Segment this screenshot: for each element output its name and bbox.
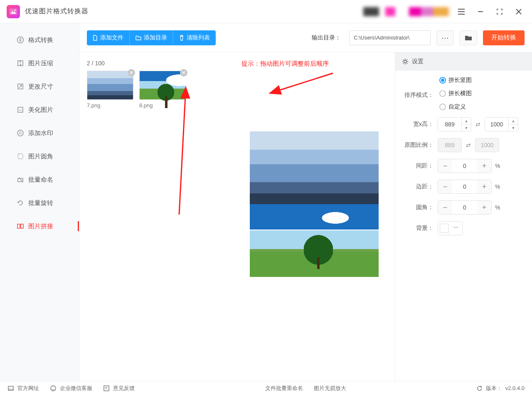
sidebar-item-beautify[interactable]: 美化图片 [0, 98, 79, 121]
batch-rename-link[interactable]: 文件批量重命名 [265, 385, 303, 392]
margin-label: 边距： [403, 183, 433, 190]
settings-title: 设置 [412, 58, 424, 65]
clear-list-button[interactable]: 清除列表 [173, 30, 216, 45]
browse-folder-button[interactable] [460, 30, 477, 45]
svg-point-17 [51, 386, 56, 391]
spin-down-icon[interactable]: ▼ [509, 124, 518, 131]
toolbar-buttons: 添加文件 添加目录 清除列表 [87, 30, 216, 45]
preview-image-2 [250, 204, 379, 277]
rename-icon [17, 176, 24, 183]
sidebar-item-corner[interactable]: 图片圆角 [0, 145, 79, 168]
radio-custom[interactable]: 自定义 [439, 103, 466, 111]
svg-rect-16 [8, 386, 13, 390]
svg-rect-11 [17, 224, 20, 228]
lossless-upscale-link[interactable]: 图片无损放大 [314, 385, 346, 392]
image-count: 2 / 100 [87, 60, 387, 67]
sidebar-item-compress[interactable]: 图片压缩 [0, 52, 79, 75]
svg-rect-18 [104, 386, 109, 391]
sidebar-item-convert[interactable]: 格式转换 [0, 28, 79, 52]
menu-icon[interactable] [455, 5, 468, 18]
gear-icon [402, 58, 409, 65]
official-site-link[interactable]: 官方网址 [7, 385, 39, 392]
spin-up-icon[interactable]: ▲ [509, 117, 518, 124]
percent-unit: % [495, 163, 500, 169]
folder-icon [135, 35, 141, 40]
trash-icon [179, 35, 184, 41]
output-dir-input[interactable] [349, 30, 431, 45]
canvas-area: 2 / 100 提示：拖动图片可调整前后顺序 ✕ 7.png ✕ 8.png [79, 52, 395, 381]
sidebar-item-label: 添加水印 [28, 129, 53, 137]
output-dir-label: 输出目录： [312, 34, 341, 42]
sidebar-item-stitch[interactable]: 图片拼接 [0, 215, 79, 238]
width-input[interactable]: ▲▼ [438, 117, 471, 131]
fullscreen-icon[interactable] [493, 5, 506, 18]
svg-text:印: 印 [19, 131, 22, 135]
remove-thumb-icon[interactable]: ✕ [180, 69, 187, 77]
orig-width-input [438, 138, 462, 152]
version-info[interactable]: 版本： v2.0.4.0 [477, 385, 525, 392]
sidebar-item-watermark[interactable]: 印 添加水印 [0, 121, 79, 145]
app-title: 优速图片格式转换器 [25, 7, 89, 16]
resize-icon [17, 83, 24, 90]
svg-line-13 [179, 96, 185, 215]
add-file-button[interactable]: 添加文件 [87, 30, 129, 45]
settings-header: 设置 [395, 52, 532, 71]
preview-image-1 [250, 131, 379, 204]
compress-icon [17, 59, 24, 67]
radius-stepper[interactable]: −+ [438, 200, 492, 215]
minus-button[interactable]: − [438, 180, 452, 193]
svg-rect-12 [21, 224, 23, 228]
spacing-stepper[interactable]: −+ [438, 159, 492, 173]
svg-rect-0 [10, 8, 17, 15]
feedback-link[interactable]: 意见反馈 [103, 385, 135, 392]
remove-thumb-icon[interactable]: ✕ [128, 69, 135, 77]
sidebar-item-label: 批量旋转 [28, 199, 53, 207]
settings-panel: 设置 排序模式： 拼长竖图 拼长横图 自定义 [395, 52, 532, 381]
add-folder-label: 添加目录 [144, 34, 167, 42]
spin-down-icon[interactable]: ▼ [462, 124, 471, 131]
percent-unit: % [495, 204, 500, 211]
minus-button[interactable]: − [438, 159, 452, 173]
swap-icon[interactable]: ⇄ [475, 121, 481, 128]
thumb-image [139, 71, 186, 100]
minus-button[interactable]: − [438, 201, 452, 214]
orig-height-input [475, 138, 499, 152]
thumbnail-item[interactable]: ✕ 8.png [139, 71, 186, 109]
account-blur-2 [409, 7, 449, 16]
spin-up-icon[interactable]: ▲ [462, 117, 471, 124]
sidebar-item-rotate[interactable]: 批量旋转 [0, 191, 79, 215]
more-path-button[interactable]: ⋯ [436, 30, 454, 45]
add-folder-button[interactable]: 添加目录 [129, 30, 173, 45]
beautify-icon [17, 106, 24, 114]
plus-button[interactable]: + [477, 201, 491, 214]
sidebar-item-resize[interactable]: 更改尺寸 [0, 75, 79, 98]
bg-color-picker[interactable]: ﹀ [438, 221, 463, 235]
footer: 官方网址 企业微信客服 意见反馈 文件批量重命名 图片无损放大 版本： v2.0… [0, 381, 532, 395]
sidebar-item-rename[interactable]: 批量命名 [0, 168, 79, 191]
minimize-icon[interactable] [474, 5, 487, 18]
radius-label: 圆角： [403, 204, 433, 211]
plus-button[interactable]: + [477, 180, 491, 193]
plus-button[interactable]: + [477, 159, 491, 173]
app-logo [7, 5, 20, 18]
feedback-icon [103, 385, 110, 392]
radio-horizontal[interactable]: 拼长横图 [439, 90, 472, 97]
height-input[interactable]: ▲▼ [485, 117, 518, 131]
spacing-label: 间距： [403, 162, 433, 170]
close-icon[interactable] [512, 5, 525, 18]
thumbnail-item[interactable]: ✕ 7.png [87, 71, 133, 109]
drag-hint: 提示：拖动图片可调整前后顺序 [241, 60, 329, 68]
sidebar-item-label: 图片拼接 [28, 222, 53, 230]
svg-rect-6 [18, 107, 23, 112]
margin-stepper[interactable]: −+ [438, 180, 492, 194]
wechat-support-link[interactable]: 企业微信客服 [50, 385, 92, 392]
sort-mode-label: 排序模式： [403, 91, 433, 99]
thumb-image [87, 71, 133, 100]
sidebar-item-label: 格式转换 [28, 36, 53, 44]
add-file-label: 添加文件 [100, 34, 123, 42]
clear-list-label: 清除列表 [187, 34, 210, 42]
radio-vertical[interactable]: 拼长竖图 [439, 77, 472, 84]
start-convert-button[interactable]: 开始转换 [483, 30, 525, 45]
swap-icon: ⇄ [465, 142, 472, 148]
convert-icon [17, 36, 24, 44]
